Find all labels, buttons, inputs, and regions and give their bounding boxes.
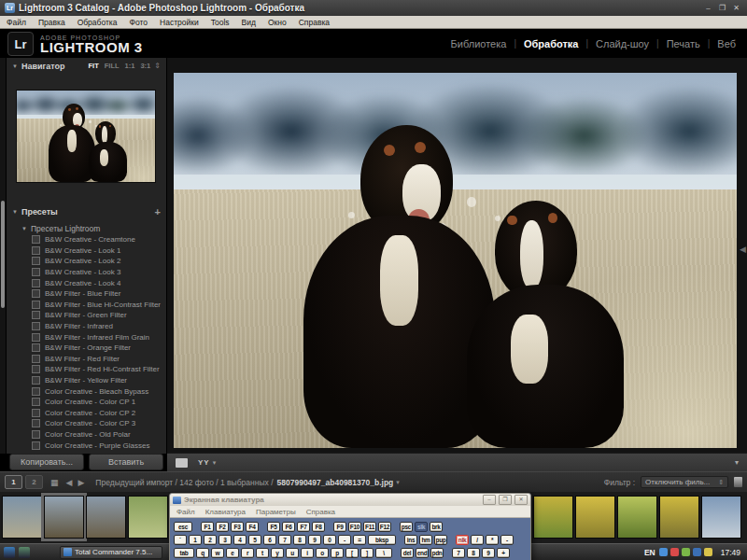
osk-key-end[interactable]: end bbox=[416, 548, 429, 558]
collapse-triangle-icon[interactable]: ▼ bbox=[21, 226, 27, 231]
osk-key-[interactable]: [ bbox=[345, 548, 359, 558]
osk-key-q[interactable]: q bbox=[196, 548, 209, 558]
add-preset-button[interactable]: + bbox=[155, 206, 161, 217]
chevron-down-icon[interactable]: ▾ bbox=[213, 459, 217, 467]
filmstrip-thumbnail[interactable] bbox=[2, 496, 42, 539]
current-filename[interactable]: 5807990497_ab40981370_b.jpg bbox=[277, 478, 394, 487]
toolbar-chevron-icon[interactable]: ▾ bbox=[735, 458, 739, 467]
osk-key-6[interactable]: 6 bbox=[263, 535, 276, 545]
osk-key-F12[interactable]: F12 bbox=[378, 522, 391, 532]
osk-key-F11[interactable]: F11 bbox=[363, 522, 376, 532]
osk-key-8[interactable]: 8 bbox=[293, 535, 306, 545]
tray-icon[interactable] bbox=[670, 548, 679, 556]
quicklaunch-icon[interactable] bbox=[4, 547, 15, 558]
quicklaunch-icon[interactable] bbox=[19, 547, 30, 558]
filmstrip-breadcrumb[interactable]: Предыдущий импорт / 142 фото / 1 выбранн… bbox=[95, 478, 273, 487]
close-icon[interactable]: ✕ bbox=[730, 2, 742, 14]
preset-list-item[interactable]: Color Creative - Bleach Bypass bbox=[7, 385, 166, 397]
collapse-triangle-icon[interactable]: ▼ bbox=[12, 63, 18, 69]
menu-item[interactable]: Обработка bbox=[78, 18, 118, 27]
filter-switch-icon[interactable] bbox=[734, 477, 742, 487]
osk-menu-item[interactable]: Справка bbox=[306, 508, 335, 516]
osk-key-o[interactable]: o bbox=[316, 548, 329, 558]
main-photo[interactable] bbox=[174, 73, 737, 448]
panel-toggle-icon[interactable]: ⇕ bbox=[154, 62, 161, 70]
preset-list-item[interactable]: B&W Creative - Creamtone bbox=[7, 234, 166, 245]
menu-item[interactable]: Вид bbox=[242, 18, 256, 27]
osk-key-slk[interactable]: slk bbox=[415, 522, 428, 532]
osk-key-0[interactable]: 0 bbox=[323, 535, 336, 545]
osk-key-[interactable]: + bbox=[497, 548, 510, 558]
grid-view-icon[interactable]: ▦ bbox=[50, 478, 59, 487]
preset-list-item[interactable]: B&W Filter - Yellow Filter bbox=[7, 375, 166, 386]
osk-key-brk[interactable]: brk bbox=[430, 522, 443, 532]
navigator-preview[interactable] bbox=[17, 91, 155, 182]
restore-icon[interactable]: ❐ bbox=[716, 2, 728, 14]
main-window-button[interactable]: 1 bbox=[5, 475, 22, 489]
osk-key-r[interactable]: r bbox=[241, 548, 254, 558]
osk-key-F6[interactable]: F6 bbox=[282, 522, 295, 532]
preset-list-item[interactable]: B&W Creative - Look 3 bbox=[7, 267, 166, 278]
before-after-icon[interactable]: YY bbox=[198, 458, 210, 467]
preset-list-item[interactable]: B&W Creative - Look 2 bbox=[7, 256, 166, 267]
tab-module[interactable]: Печать bbox=[667, 38, 700, 49]
menu-item[interactable]: Tools bbox=[211, 18, 230, 27]
osk-menu-item[interactable]: Файл bbox=[176, 508, 195, 516]
preset-group-row[interactable]: ▼ Пресеты Lightroom bbox=[7, 222, 166, 234]
osk-key-[interactable]: / bbox=[471, 535, 484, 545]
back-arrow-icon[interactable]: ◀ bbox=[66, 478, 73, 487]
osk-key-[interactable]: * bbox=[486, 535, 499, 545]
osk-key-pdn[interactable]: pdn bbox=[430, 548, 444, 558]
onscreen-keyboard-window[interactable]: Экранная клавиатура – ❐ ✕ ФайлКлавиатура… bbox=[169, 493, 531, 560]
tab-module[interactable]: Обработка bbox=[524, 38, 578, 49]
osk-key-u[interactable]: u bbox=[286, 548, 299, 558]
osk-titlebar[interactable]: Экранная клавиатура – ❐ ✕ bbox=[170, 494, 530, 506]
osk-key-[interactable]: \ bbox=[375, 548, 392, 558]
preset-list-item[interactable]: B&W Filter - Infrared bbox=[7, 321, 166, 332]
osk-key-7[interactable]: 7 bbox=[278, 535, 291, 545]
tab-module[interactable]: Веб bbox=[717, 38, 736, 49]
tab-module[interactable]: Библиотека bbox=[451, 38, 507, 49]
filmstrip-thumbnail[interactable] bbox=[575, 496, 615, 539]
chevron-down-icon[interactable]: ▾ bbox=[396, 479, 400, 486]
navigator-header[interactable]: ▼ Навигатор FITFILL1:13:1 ⇕ bbox=[7, 58, 166, 74]
copy-button[interactable]: Копировать... bbox=[9, 454, 84, 470]
restore-icon[interactable]: ❐ bbox=[499, 495, 512, 505]
preset-list-item[interactable]: B&W Filter - Red Filter bbox=[7, 354, 166, 365]
osk-key-ins[interactable]: ins bbox=[404, 535, 417, 545]
osk-key-7[interactable]: 7 bbox=[452, 548, 465, 558]
osk-key-w[interactable]: w bbox=[211, 548, 224, 558]
navigator-zoom-option[interactable]: 3:1 bbox=[140, 62, 150, 70]
filmstrip-thumbnail[interactable] bbox=[533, 496, 573, 539]
preset-list-item[interactable]: B&W Creative - Look 4 bbox=[7, 277, 166, 288]
preset-list-item[interactable]: B&W Filter - Green Filter bbox=[7, 310, 166, 321]
preset-list-item[interactable]: B&W Filter - Infrared Film Grain bbox=[7, 331, 166, 343]
osk-key-F7[interactable]: F7 bbox=[297, 522, 310, 532]
osk-key-tab[interactable]: tab bbox=[174, 548, 194, 558]
scrollbar-thumb[interactable] bbox=[1, 201, 5, 308]
osk-key-F10[interactable]: F10 bbox=[348, 522, 361, 532]
osk-key-F2[interactable]: F2 bbox=[216, 522, 229, 532]
taskbar-clock[interactable]: 17:49 bbox=[721, 548, 740, 557]
preset-list-item[interactable]: Color Creative - Color CP 1 bbox=[7, 397, 166, 408]
osk-key-nlk[interactable]: nlk bbox=[456, 535, 469, 545]
tray-icon[interactable] bbox=[704, 548, 712, 556]
tray-icon[interactable] bbox=[659, 548, 668, 556]
filmstrip-thumbnail[interactable] bbox=[659, 496, 699, 539]
preset-list-item[interactable]: Color Creative - Purple Glasses bbox=[7, 440, 166, 451]
preset-list-item[interactable]: Color Creative - Color CP 3 bbox=[7, 418, 166, 429]
preset-list-item[interactable]: B&W Filter - Blue Hi-Contrast Filter bbox=[7, 300, 166, 311]
osk-key-hm[interactable]: hm bbox=[419, 535, 432, 545]
preset-list-item[interactable]: Color Creative - Old Polar bbox=[7, 429, 166, 441]
osk-key-p[interactable]: p bbox=[331, 548, 344, 558]
navigator-zoom-option[interactable]: FILL bbox=[105, 62, 120, 70]
tab-module[interactable]: Слайд-шоу bbox=[596, 38, 649, 49]
filter-select[interactable]: Отключить филь... ⇕ bbox=[641, 476, 728, 488]
left-panel-scrollbar[interactable] bbox=[0, 58, 6, 454]
osk-key-t[interactable]: t bbox=[256, 548, 269, 558]
menu-item[interactable]: Справка bbox=[299, 18, 330, 27]
navigator-zoom-option[interactable]: 1:1 bbox=[125, 62, 135, 70]
forward-arrow-icon[interactable]: ▶ bbox=[78, 478, 84, 487]
minimize-icon[interactable]: – bbox=[483, 495, 496, 505]
collapse-triangle-icon[interactable]: ▼ bbox=[12, 209, 18, 215]
